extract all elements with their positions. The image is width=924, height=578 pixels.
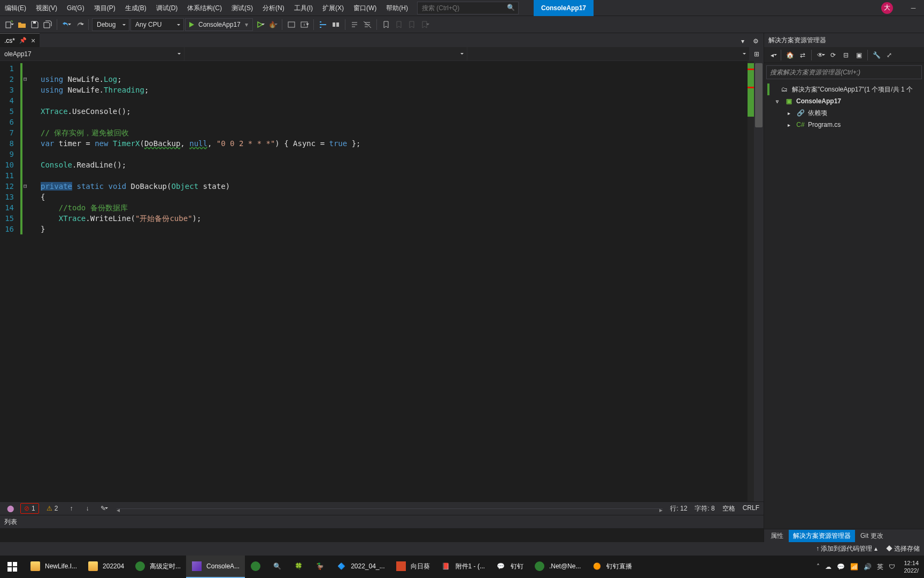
indent-indicator[interactable]: 空格: [722, 504, 735, 513]
tray-wechat-icon[interactable]: 💬: [837, 563, 845, 571]
undo-button[interactable]: [60, 19, 72, 31]
sln-collapse-button[interactable]: ⊟: [840, 49, 852, 61]
global-search[interactable]: 🔍: [417, 2, 519, 14]
task-202204[interactable]: 202204: [82, 556, 129, 578]
user-avatar[interactable]: 大: [881, 2, 893, 14]
bookmark-button[interactable]: [380, 19, 392, 31]
sln-tab-0[interactable]: 属性: [766, 530, 788, 542]
task-向日葵[interactable]: 向日葵: [390, 556, 435, 578]
fold-column[interactable]: ⊟⊟: [24, 61, 27, 234]
overview-ruler[interactable]: [748, 61, 754, 501]
tray-volume-icon[interactable]: 🔊: [864, 563, 872, 571]
close-tab-button[interactable]: ×: [31, 36, 35, 45]
save-all-button[interactable]: [42, 19, 53, 31]
sln-preview-button[interactable]: ⤢: [883, 49, 895, 61]
task-钉钉[interactable]: 💬钉钉: [490, 556, 529, 578]
hscroll-left[interactable]: ◂: [117, 506, 120, 514]
global-search-input[interactable]: [418, 4, 506, 12]
tray-network-icon[interactable]: 📶: [850, 563, 858, 571]
nav-project-combo[interactable]: oleApp17: [0, 47, 184, 60]
tree-dependencies-node[interactable]: ▸🔗 依赖项: [764, 107, 924, 119]
project-badge[interactable]: ConsoleApp17: [534, 0, 594, 16]
format-button-2[interactable]: [330, 19, 342, 31]
active-document-tab[interactable]: .cs* 📌 ×: [0, 33, 40, 47]
sln-back-button[interactable]: ◂: [766, 49, 778, 61]
menu-Git(G)[interactable]: Git(G): [62, 4, 89, 12]
step-button-2[interactable]: [298, 19, 310, 31]
uncomment-button[interactable]: [361, 19, 373, 31]
error-count-chip[interactable]: ⊘ 1: [20, 503, 39, 514]
sln-filter-button[interactable]: 👁: [814, 49, 826, 61]
task-2022_04_...[interactable]: 🔷2022_04_...: [330, 556, 390, 578]
menu-分析(N)[interactable]: 分析(N): [258, 4, 289, 12]
tray-cloud-icon[interactable]: ☁: [825, 563, 831, 571]
add-source-control-button[interactable]: ↑ 添加到源代码管理 ▴: [816, 544, 877, 553]
hot-reload-button[interactable]: 🔥: [267, 19, 279, 31]
select-repo-button[interactable]: ◆ 选择存储: [886, 544, 920, 553]
platform-combo[interactable]: Any CPU: [130, 18, 184, 31]
taskbar-clock[interactable]: 12:14 2022/: [900, 559, 922, 574]
menu-体系结构(C)[interactable]: 体系结构(C): [182, 4, 227, 12]
task-.Net@Ne...[interactable]: .Net@Ne...: [529, 556, 587, 578]
redo-button[interactable]: [73, 19, 85, 31]
eol-indicator[interactable]: CRLF: [743, 504, 759, 513]
nav-member-combo[interactable]: [467, 47, 750, 60]
line-indicator[interactable]: 行: 12: [670, 504, 687, 513]
sln-sync-button[interactable]: ⇄: [797, 49, 808, 61]
menu-窗口(W)[interactable]: 窗口(W): [349, 4, 381, 12]
menu-测试(S)[interactable]: 测试(S): [227, 4, 258, 12]
step-button-1[interactable]: [286, 19, 297, 31]
save-button[interactable]: [29, 19, 41, 31]
code-surface[interactable]: using NewLife.Log;using NewLife.Threadin…: [30, 61, 764, 501]
system-tray[interactable]: ˄ ☁ 💬 📶 🔊 英 🛡 12:14 2022/: [817, 559, 924, 574]
tree-project-node[interactable]: ▿▣ ConsoleApp17: [764, 95, 924, 107]
tab-settings-button[interactable]: ⚙: [750, 35, 761, 47]
char-indicator[interactable]: 字符: 8: [695, 504, 714, 513]
warning-count-chip[interactable]: ⚠ 2: [43, 503, 61, 514]
start-debug-button[interactable]: ConsoleApp17 ▾: [185, 18, 253, 31]
nav-up-button[interactable]: ↑: [65, 503, 77, 514]
menu-视图(V)[interactable]: 视图(V): [31, 4, 62, 12]
hscroll-right[interactable]: ▸: [659, 506, 663, 514]
config-combo[interactable]: Debug: [92, 18, 129, 31]
open-file-button[interactable]: [16, 19, 28, 31]
menu-项目(P)[interactable]: 项目(P): [89, 4, 120, 12]
tab-overflow-button[interactable]: ▾: [737, 35, 749, 47]
task-app[interactable]: [245, 556, 266, 578]
bookmark-clear-button[interactable]: [419, 19, 430, 31]
pin-icon[interactable]: 📌: [19, 37, 27, 44]
menu-扩展(X)[interactable]: 扩展(X): [318, 4, 349, 12]
start-button[interactable]: [0, 556, 25, 578]
bookmark-next-button[interactable]: [406, 19, 418, 31]
task-钉钉直播[interactable]: 🟠钉钉直播: [586, 556, 637, 578]
sln-tab-1[interactable]: 解决方案资源管理器: [789, 530, 855, 542]
tray-shield-icon[interactable]: 🛡: [889, 563, 895, 571]
task-高级定时...[interactable]: 高级定时...: [129, 556, 186, 578]
menu-编辑(E)[interactable]: 编辑(E): [0, 4, 31, 12]
sln-search-input[interactable]: 搜索解决方案资源管理器(Ctrl+;): [766, 65, 922, 79]
task-🔍[interactable]: 🔍: [266, 556, 288, 578]
tree-solution-node[interactable]: 🗂 解决方案"ConsoleApp17"(1 个项目/共 1 个: [764, 83, 924, 95]
menu-生成(B)[interactable]: 生成(B): [120, 4, 151, 12]
sln-showall-button[interactable]: ▣: [853, 49, 865, 61]
bookmark-prev-button[interactable]: [393, 19, 405, 31]
window-minimize-button[interactable]: ─: [903, 0, 924, 16]
task-附件1 - (...[interactable]: 📕附件1 - (...: [435, 556, 490, 578]
nav-type-combo[interactable]: [184, 47, 467, 60]
solution-tree[interactable]: 🗂 解决方案"ConsoleApp17"(1 个项目/共 1 个 ▿▣ Cons…: [764, 81, 924, 529]
tray-chevron-icon[interactable]: ˄: [817, 563, 820, 571]
nav-down-button[interactable]: ↓: [81, 503, 93, 514]
new-item-button[interactable]: [3, 19, 15, 31]
tray-ime-icon[interactable]: 英: [877, 562, 883, 572]
vertical-scrollbar[interactable]: [754, 61, 764, 501]
code-editor[interactable]: 12345678910111213141516 ⊟⊟ using NewLife…: [0, 61, 764, 501]
tree-file-node[interactable]: ▸C# Program.cs: [764, 119, 924, 131]
split-editor-button[interactable]: ⊞: [750, 47, 764, 60]
sln-refresh-button[interactable]: ⟳: [827, 49, 839, 61]
comment-button[interactable]: [349, 19, 360, 31]
menu-工具(I)[interactable]: 工具(I): [289, 4, 318, 12]
output-panel-header[interactable]: 列表: [0, 515, 764, 528]
cleanup-button[interactable]: ✎: [97, 503, 109, 514]
sln-home-button[interactable]: 🏠: [784, 49, 796, 61]
sln-tab-2[interactable]: Git 更改: [856, 530, 888, 542]
